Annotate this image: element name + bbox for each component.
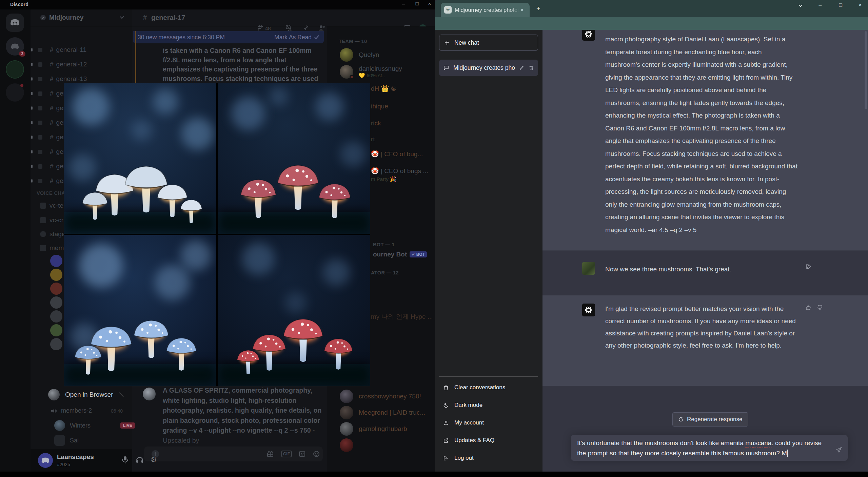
member-name-fragment[interactable]: dH 👑 ☯: [371, 85, 397, 92]
delete-trash-icon[interactable]: [529, 65, 534, 70]
voice-channel-item[interactable]: vc-cr: [40, 214, 63, 226]
unread-banner-text: 30 new messages since 6:30 PM: [138, 34, 225, 41]
discord-message: A GLASS OF SPRITZ, commercial photograph…: [163, 386, 323, 445]
send-icon[interactable]: [835, 447, 842, 453]
member-name-fragment[interactable]: my 나의 언제 Hype ...: [371, 312, 433, 321]
member-row[interactable]: danielrussnugy 💛 60% st..: [340, 65, 402, 79]
member-row[interactable]: gamblingrhubarb: [340, 422, 407, 436]
midjourney-image-grid[interactable]: [64, 83, 370, 386]
thumbs-down-icon[interactable]: [816, 304, 823, 311]
voice-user-row[interactable]: Winters LIVE: [54, 420, 135, 431]
my-account-item[interactable]: My account: [439, 414, 538, 432]
regenerate-response-button[interactable]: Regenerate response: [672, 412, 748, 427]
server-icon[interactable]: 3: [6, 37, 24, 56]
headphones-icon[interactable]: [136, 456, 144, 464]
voice-user-avatar[interactable]: [50, 255, 62, 267]
chat-input[interactable]: It's unfortunate that the mushrooms don'…: [571, 435, 848, 461]
member-row[interactable]: Quelyn: [340, 48, 379, 62]
unread-banner[interactable]: 30 new messages since 6:30 PM Mark As Re…: [133, 31, 324, 43]
misspelled-word: muscaria: [745, 439, 771, 447]
voice-user-avatar[interactable]: [50, 296, 62, 309]
mark-as-read-button[interactable]: Mark As Read: [274, 34, 312, 41]
voice-user-avatar[interactable]: [50, 324, 62, 336]
voice-channel-item[interactable]: mem: [40, 242, 64, 254]
pin-icon[interactable]: [302, 24, 309, 31]
member-name-fragment[interactable]: rt: [371, 136, 375, 143]
conversation-item[interactable]: Midjourney creates pho: [439, 60, 538, 76]
mushroom-image-bottom-left[interactable]: [64, 235, 216, 386]
gift-icon[interactable]: [267, 450, 274, 458]
server-notification-badge: 3: [19, 51, 25, 57]
mark-read-icon: [314, 35, 319, 39]
member-row[interactable]: crossbowyhoney 750!: [340, 390, 421, 403]
server-icon[interactable]: [6, 60, 24, 79]
discord-maximize-button[interactable]: □: [412, 1, 422, 6]
user-message-row: Now we see three mushrooms. That's great…: [542, 251, 868, 295]
sticker-icon[interactable]: [298, 450, 306, 458]
new-chat-button[interactable]: New chat: [439, 35, 538, 51]
member-list-icon[interactable]: [318, 24, 326, 31]
settings-gear-icon[interactable]: ⚙: [151, 456, 157, 464]
chrome-minimize-button[interactable]: –: [814, 2, 826, 8]
channel-item[interactable]: #general-11: [31, 43, 130, 56]
voice-user-avatar[interactable]: [50, 269, 62, 281]
member-row[interactable]: Meegrond | LAID truc...: [340, 406, 425, 419]
updates-faq-item[interactable]: Updates & FAQ: [439, 432, 538, 449]
voice-status-channel[interactable]: members-2 06 40: [51, 407, 123, 414]
discord-close-button[interactable]: ×: [425, 1, 435, 6]
member-row-bot[interactable]: ourney Bot ✓ BOT: [373, 251, 427, 258]
threads-icon[interactable]: [257, 24, 264, 31]
chrome-close-button[interactable]: ×: [854, 2, 866, 8]
prompt-text: A GLASS OF SPRITZ, commercial photograph…: [163, 387, 321, 434]
new-tab-button[interactable]: +: [536, 5, 540, 13]
mention-highlight-bar: [135, 31, 136, 85]
mushroom-image-top-left[interactable]: [64, 83, 216, 234]
member-name-fragment[interactable]: 🤡 | CEO of bugs ...: [371, 167, 428, 175]
notifications-muted-icon[interactable]: [285, 24, 292, 31]
log-out-item[interactable]: Log out: [439, 449, 538, 467]
chrome-search-tabs-icon[interactable]: [795, 2, 806, 8]
server-verified-icon: [40, 15, 46, 21]
open-in-browser-row[interactable]: Open in Browser: [48, 389, 124, 400]
voice-user-avatar[interactable]: [50, 310, 62, 323]
sidebar-menu: Clear conversations Dark mode My account…: [439, 376, 538, 467]
member-name-fragment[interactable]: 🤡 | CFO of bug...: [371, 150, 423, 158]
message-author-avatar[interactable]: [143, 388, 156, 400]
mushroom-image-bottom-right[interactable]: [218, 235, 370, 386]
mushroom-image-top-right[interactable]: [218, 83, 370, 234]
voice-channel-item[interactable]: vc-te: [40, 200, 63, 211]
dark-mode-item[interactable]: Dark mode: [439, 396, 538, 414]
clear-conversations-item[interactable]: Clear conversations: [439, 379, 538, 396]
browser-tab[interactable]: ✳ Midjourney creates photorealisti ×: [441, 3, 530, 17]
server-chevron-down-icon[interactable]: [120, 15, 124, 19]
member-name-fragment[interactable]: rick: [371, 120, 381, 127]
server-icon[interactable]: [6, 83, 24, 102]
scrollbar-thumb[interactable]: [865, 31, 867, 109]
logout-icon: [443, 455, 449, 461]
chrome-maximize-button[interactable]: □: [835, 2, 846, 8]
discord-minimize-button[interactable]: –: [398, 1, 409, 6]
thumbs-up-icon[interactable]: [805, 304, 812, 311]
channel-item[interactable]: #general-12: [31, 58, 130, 71]
mic-icon[interactable]: [121, 456, 129, 464]
server-header[interactable]: Midjourney: [31, 9, 132, 26]
gif-picker-icon[interactable]: GIF: [281, 451, 292, 457]
voice-user-avatar[interactable]: [50, 283, 62, 295]
username: Laanscapes: [57, 453, 94, 461]
edit-pencil-icon[interactable]: [519, 65, 525, 70]
assistant-message-text: macro photography style of Daniel Laan (…: [605, 33, 798, 236]
discord-home-icon[interactable]: [6, 14, 24, 32]
tab-close-icon[interactable]: ×: [520, 7, 524, 13]
voice-user-avatar[interactable]: [50, 338, 62, 350]
member-name-fragment[interactable]: ihique: [371, 103, 388, 110]
voice-channel-item[interactable]: stage: [40, 228, 65, 240]
edit-message-icon[interactable]: [805, 264, 812, 270]
discord-message-input[interactable]: [144, 447, 323, 461]
voice-section-header[interactable]: VOICE CHA: [37, 190, 65, 196]
user-message-text: Now we see three mushrooms. That's great…: [605, 263, 798, 276]
voice-user-row[interactable]: Sai: [54, 435, 79, 446]
member-section-header: BOT — 1: [373, 242, 395, 247]
member-row[interactable]: [340, 438, 353, 452]
user-avatar[interactable]: [38, 453, 53, 468]
emoji-icon[interactable]: [313, 450, 320, 458]
